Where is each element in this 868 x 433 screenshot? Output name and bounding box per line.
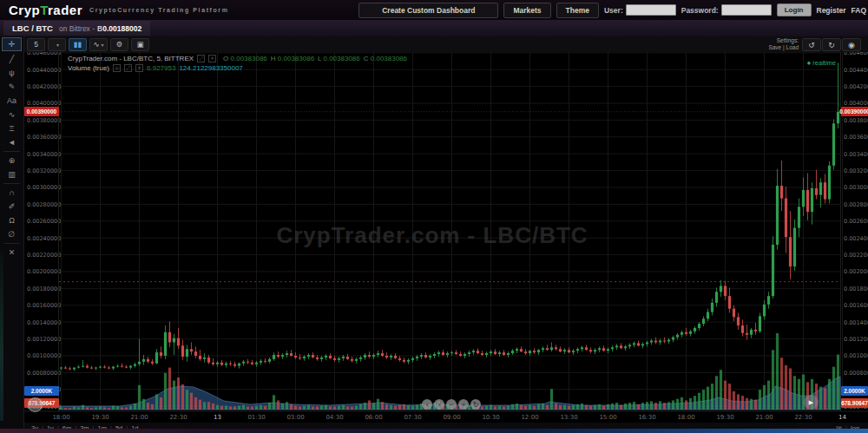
zoom-out-button[interactable]: −	[446, 399, 457, 410]
trend-line-icon: ╱	[10, 55, 14, 63]
volume-expand-icon[interactable]: ⤢	[124, 64, 132, 72]
scroll-right-button[interactable]: ›	[434, 399, 444, 410]
svg-text:0.00200000: 0.00200000	[844, 268, 868, 275]
svg-text:0.00420000: 0.00420000	[27, 83, 61, 90]
svg-text:0.00200000: 0.00200000	[27, 268, 61, 275]
text-tool-icon: Aa	[7, 96, 16, 105]
tool-crosshair[interactable]: ✛	[2, 37, 22, 51]
svg-text:0.00380000: 0.00380000	[844, 117, 868, 124]
tool-remove-drawings[interactable]: ✕	[0, 246, 23, 259]
magnet-icon: ∩	[9, 188, 14, 197]
svg-text:0.00120000: 0.00120000	[27, 336, 61, 343]
svg-text:07:30: 07:30	[404, 414, 421, 421]
svg-text:12:00: 12:00	[521, 414, 538, 421]
tool-draw-mode[interactable]: ✐	[0, 200, 23, 213]
tool-text-tool[interactable]: Aa	[0, 94, 23, 108]
markets-button[interactable]: Markets	[503, 3, 550, 18]
chart-style-dropdown[interactable]: ∿▾	[89, 38, 108, 51]
toolbar-separator	[3, 243, 20, 244]
drawing-toolbar: ✛╱ψ✎Aa∿Ξ◄⊕▥∩✐Ω∅✕	[0, 36, 24, 433]
svg-text:0.00440000: 0.00440000	[27, 67, 61, 74]
candlestick-style-button[interactable]: ▮▮	[69, 38, 87, 51]
svg-text:0.00300000: 0.00300000	[844, 184, 868, 191]
lock-drawings-icon: Ω	[9, 216, 15, 225]
legend-expand-icon[interactable]: ⤢	[197, 55, 205, 62]
register-link[interactable]: Register	[817, 6, 846, 15]
theme-button[interactable]: Theme	[556, 3, 599, 18]
svg-text:0.00100000: 0.00100000	[844, 352, 868, 359]
svg-text:0.00180000: 0.00180000	[27, 285, 61, 292]
scroll-left-button[interactable]: ‹	[422, 399, 432, 410]
hide-drawings-icon: ∅	[9, 230, 16, 239]
screenshot-button[interactable]: ▣	[131, 38, 149, 51]
svg-text:18:00: 18:00	[677, 414, 694, 421]
tool-arrow-tool[interactable]: ◄	[0, 135, 23, 149]
interval-button[interactable]: 5	[27, 38, 45, 51]
svg-text:18:00: 18:00	[52, 414, 69, 421]
cryptrader-app: CrypTrader CryptoCurrency Trading Platfo…	[0, 0, 868, 433]
bottom-gradient-strip	[0, 429, 868, 433]
svg-text:0.00240000: 0.00240000	[844, 235, 868, 242]
tool-hide-drawings[interactable]: ∅	[0, 227, 23, 241]
ohlc-value: 0.00383086	[321, 55, 360, 62]
svg-text:0.00300000: 0.00300000	[27, 184, 61, 191]
crosshair-icon: ✛	[9, 40, 16, 49]
toolbar-separator	[3, 151, 20, 152]
password-input[interactable]	[721, 4, 772, 16]
svg-text:15:00: 15:00	[599, 414, 616, 421]
chart-plot-area[interactable]: 0.004600000.004600000.004400000.00440000…	[24, 52, 868, 433]
volume-scale-badge-left: 2.0000K	[24, 386, 59, 396]
chevron-down-icon: ▾	[102, 42, 104, 48]
tool-magnet[interactable]: ∩	[0, 186, 23, 200]
reset-view-button[interactable]: ↻	[470, 399, 481, 410]
snapshot-button[interactable]: ◉	[842, 38, 861, 51]
tool-xabcd-pattern[interactable]: ∿	[0, 108, 23, 121]
svg-text:22:30: 22:30	[169, 414, 187, 421]
user-input[interactable]	[626, 4, 676, 16]
app-logo: CrypTrader	[9, 3, 82, 17]
remove-drawings-icon: ✕	[9, 248, 16, 257]
realtime-indicator: ● realtime	[806, 59, 836, 67]
volume-close-icon[interactable]: ✕	[135, 64, 143, 72]
ohlc-value: 0.00383086	[276, 55, 315, 62]
svg-text:0.00340000: 0.00340000	[27, 151, 61, 158]
login-button[interactable]: Login	[777, 3, 812, 16]
volume-scale-badge-right: 2.0000K	[841, 386, 868, 396]
settings-save-load[interactable]: Settings:Save | Load	[768, 37, 799, 51]
faq-link[interactable]: FAQ	[852, 6, 866, 15]
ohlc-value: 0.00383086	[369, 55, 408, 62]
password-label: Password:	[681, 6, 719, 15]
pitchfork-icon: ψ	[9, 69, 14, 77]
svg-text:0.00140000: 0.00140000	[27, 319, 61, 326]
legend-close-icon[interactable]: ✕	[208, 55, 216, 62]
svg-text:21:00: 21:00	[130, 414, 148, 421]
tab-lbc-btc[interactable]: LBC / BTC on Bittrex - B 0.00188002	[3, 21, 150, 36]
play-button[interactable]: ▶	[804, 395, 819, 410]
tool-zoom-in[interactable]: ⊕	[0, 154, 23, 167]
tool-brush[interactable]: ✎	[0, 80, 23, 94]
svg-text:0.00120000: 0.00120000	[844, 336, 868, 343]
create-dashboard-button[interactable]: Create Custom Dashboard	[358, 3, 498, 18]
volume-settings-icon[interactable]: ⊙	[113, 64, 121, 72]
chart-settings-button[interactable]: ⚙	[110, 38, 128, 51]
user-label: User:	[604, 6, 623, 15]
tool-elliott-wave[interactable]: Ξ	[0, 121, 23, 135]
svg-text:0.00460000: 0.00460000	[844, 52, 868, 56]
svg-text:14: 14	[838, 414, 846, 421]
tool-measure[interactable]: ▥	[0, 167, 23, 181]
interval-dropdown[interactable]: ▾	[48, 38, 66, 51]
ohlc-value: 0.00383086	[228, 55, 267, 62]
svg-text:16:30: 16:30	[638, 414, 655, 421]
redo-button[interactable]: ↻	[822, 38, 841, 51]
zoom-in-button[interactable]: +	[458, 399, 469, 410]
tool-trend-line[interactable]: ╱	[0, 52, 23, 66]
svg-text:13:30: 13:30	[560, 414, 577, 421]
svg-text:10:30: 10:30	[482, 414, 499, 421]
tool-pitchfork[interactable]: ψ	[0, 66, 23, 80]
svg-text:0.00280000: 0.00280000	[844, 201, 868, 208]
toolbar-separator	[3, 183, 20, 184]
undo-button[interactable]: ↺	[802, 38, 821, 51]
tool-lock-drawings[interactable]: Ω	[0, 213, 23, 227]
legend-volume-label: Volume (true)	[68, 64, 109, 72]
tab-exchange-label: on Bittrex -	[59, 24, 95, 33]
